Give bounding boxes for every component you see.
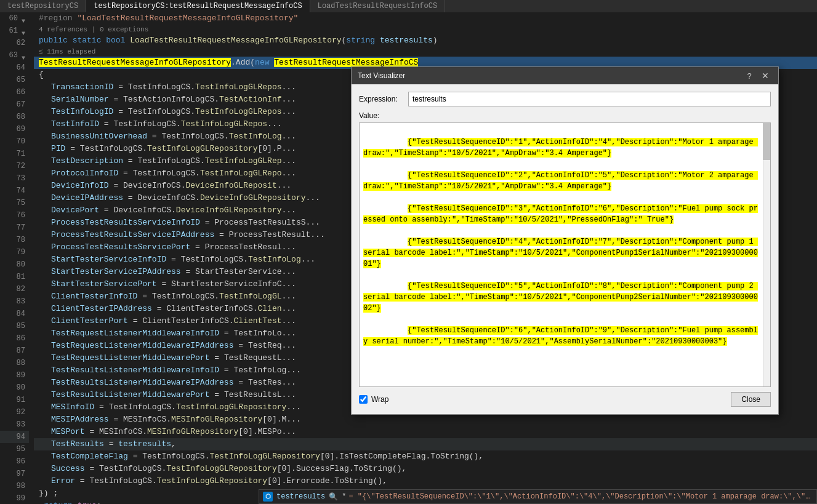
gutter-line-99: 99: [0, 492, 29, 504]
code-line-96: Success = TestInfoLogCS.TestInfoLogGLRep…: [34, 463, 817, 475]
code-line-61: public static bool LoadTestResultRequest…: [34, 34, 817, 47]
expression-label: Expression:: [359, 95, 408, 103]
collapse-icon-63[interactable]: ▼: [19, 52, 25, 58]
gutter-line-85: 85: [0, 320, 29, 332]
json-line-2: {"TestResultSequenceID":"2","ActionInfoI…: [363, 171, 758, 191]
json-line-1: {"TestResultSequenceID":"1","ActionInfoI…: [363, 138, 758, 158]
gutter-line-68: 68: [0, 111, 29, 123]
json-line-6: {"TestResultSequenceID":"6","ActionInfoI…: [363, 326, 758, 346]
elapsed-hint: ≤ 11ms elapsed: [34, 47, 817, 57]
gutter-line-88: 88: [0, 357, 29, 369]
collapse-icon-60[interactable]: ▼: [19, 15, 25, 22]
wrap-label: Wrap: [371, 395, 388, 404]
json-line-5: {"TestResultSequenceID":"5","ActionInfoI…: [363, 282, 758, 313]
gutter-line-65: 65: [0, 74, 29, 86]
gutter-line-60: 60 ▼: [0, 12, 29, 25]
gutter-line-87: 87: [0, 345, 29, 357]
expression-row: Expression:: [359, 92, 771, 106]
dialog-scrollbar[interactable]: [763, 123, 770, 386]
references-hint: 4 references | 0 exceptions: [34, 25, 817, 34]
value-label: Value:: [359, 111, 771, 120]
dialog-title: Text Visualizer: [358, 71, 405, 80]
gutter-line-77: 77: [0, 222, 29, 234]
gutter-line-91: 91: [0, 394, 29, 406]
gutter-line-64: 64: [0, 62, 29, 74]
gutter-line-97: 97: [0, 468, 29, 480]
dialog-footer-close-button[interactable]: Close: [731, 392, 771, 407]
tab-3[interactable]: LoadTestResultRequestInfoCS: [310, 0, 445, 12]
gutter-line-71: 71: [0, 148, 29, 160]
dialog-titlebar: Text Visualizer ? ✕: [352, 67, 778, 84]
gutter-line-67: 67: [0, 98, 29, 111]
tab-1-label: testRepositoryCS: [7, 2, 78, 10]
tooltip-equals: *: [342, 492, 346, 501]
code-line-97: Error = TestInfoLogCS.TestInfoLogGLRepos…: [34, 475, 817, 487]
tab-3-label: LoadTestResultRequestInfoCS: [318, 2, 437, 10]
code-line-94: TestResults = testresults,: [34, 438, 817, 450]
gutter-line-93: 93: [0, 418, 29, 431]
gutter-line-72: 72: [0, 160, 29, 172]
gutter-line-73: 73: [0, 172, 29, 185]
wrap-row: Wrap: [359, 395, 388, 404]
gutter-line-94: 94: [0, 431, 29, 443]
gutter-line-80: 80: [0, 258, 29, 271]
gutter-line-96: 96: [0, 455, 29, 468]
tooltip-varname: testresults: [276, 492, 325, 501]
collapse-icon-61[interactable]: ▼: [19, 28, 25, 34]
tab-1[interactable]: testRepositoryCS: [0, 0, 86, 12]
gutter-line-98: 98: [0, 480, 29, 492]
code-line-60: #region "LoadTestResultRequestMessageInf…: [34, 12, 817, 25]
tab-2[interactable]: testRepositoryCS:testResultRequestMessag…: [86, 0, 310, 12]
gutter-line-95: 95: [0, 443, 29, 455]
value-content[interactable]: {"TestResultSequenceID":"1","ActionInfoI…: [360, 123, 763, 386]
dialog-controls: ? ✕: [743, 70, 772, 81]
gutter-line-83: 83: [0, 295, 29, 308]
line-number-gutter: 60 ▼ 61 ▼ 62 63 ▼ 64 65 66 67 68 69 70 7…: [0, 12, 34, 504]
gutter-line-84: 84: [0, 308, 29, 320]
gutter-line-81: 81: [0, 271, 29, 283]
gutter-line-92: 92: [0, 406, 29, 418]
gutter-line-79: 79: [0, 246, 29, 258]
tooltip-value: = "{\"TestResultSequenceID\":\"1\",\"Act…: [348, 492, 813, 501]
gutter-line-90: 90: [0, 382, 29, 394]
gutter-line-69: 69: [0, 123, 29, 135]
gutter-line-76: 76: [0, 209, 29, 222]
code-line-95: TestCompleteFlag = TestInfoLogCS.TestInf…: [34, 450, 817, 463]
gutter-line-82: 82: [0, 283, 29, 295]
tab-2-label: testRepositoryCS:testResultRequestMessag…: [94, 2, 302, 10]
expression-input[interactable]: [408, 92, 771, 106]
dialog-scrollbar-thumb[interactable]: [763, 123, 770, 160]
gutter-line-70: 70: [0, 135, 29, 148]
gutter-line-74: 74: [0, 185, 29, 197]
code-line-93: MESPort = MESInfoCS.MESInfoGLRepository[…: [34, 426, 817, 438]
tab-bar: testRepositoryCS testRepositoryCS:testRe…: [0, 0, 817, 12]
text-visualizer-dialog[interactable]: Text Visualizer ? ✕ Expression: Value: {…: [351, 66, 779, 415]
gutter-line-86: 86: [0, 332, 29, 345]
gutter-line-89: 89: [0, 369, 29, 382]
tooltip-bar: ⬡ testresults 🔍 * = "{\"TestResultSequen…: [259, 489, 817, 504]
dialog-help-button[interactable]: ?: [743, 70, 756, 81]
tooltip-search-icon: 🔍: [329, 492, 338, 502]
dialog-footer: Wrap Close: [359, 392, 771, 407]
gutter-line-62: 62: [0, 37, 29, 49]
value-area: {"TestResultSequenceID":"1","ActionInfoI…: [359, 122, 771, 387]
dialog-body: Expression: Value: {"TestResultSequenceI…: [352, 84, 778, 414]
gutter-line-61: 61 ▼: [0, 25, 29, 37]
wrap-checkbox[interactable]: [359, 395, 368, 404]
gutter-line-75: 75: [0, 197, 29, 209]
tooltip-debugger-icon: ⬡: [263, 492, 273, 502]
gutter-line-63: 63 ▼: [0, 49, 29, 62]
json-line-4: {"TestResultSequenceID":"4","ActionInfoI…: [363, 238, 758, 268]
json-line-3: {"TestResultSequenceID":"3","ActionInfoI…: [363, 204, 758, 224]
gutter-line-78: 78: [0, 234, 29, 246]
code-line-92: MESIPAddress = MESInfoCS.MESInfoGLReposi…: [34, 414, 817, 426]
dialog-close-button[interactable]: ✕: [759, 70, 772, 81]
gutter-line-66: 66: [0, 86, 29, 98]
